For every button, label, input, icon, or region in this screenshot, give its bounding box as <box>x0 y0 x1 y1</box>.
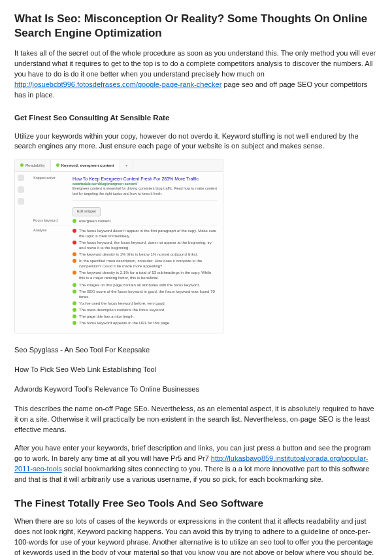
snippet-preview: How To Keep Evergreen Content Fresh For … <box>73 176 218 201</box>
dot-icon <box>56 163 59 167</box>
analysis-text: The SEO score of the focus keyword is go… <box>79 289 218 299</box>
dot-icon <box>20 163 24 167</box>
p-keyword-stuffing: Utilize your keywords within your copy, … <box>14 131 378 152</box>
analysis-text: In the specified meta description, consi… <box>79 258 218 269</box>
analysis-text: You've used the focus keyword before, ve… <box>79 301 165 306</box>
link-page-rank-checker[interactable]: http://josuebcbt996.fotosdefrases.com/go… <box>14 80 221 88</box>
analysis-text: The keyword density is 1% (this is below… <box>79 252 198 257</box>
analysis-list: The focus keyword doesn't appear in the … <box>73 228 218 326</box>
analysis-text: The focus keyword, the focus keyword, do… <box>79 240 218 250</box>
analysis-item: In the specified meta description, consi… <box>73 258 218 269</box>
status-dot-icon <box>73 290 76 294</box>
analysis-item: The meta description contains the focus … <box>73 307 218 312</box>
analysis-item: The keyword density is 1% (this is below… <box>73 252 218 257</box>
intro-paragraph: It takes all of the secret out of the wh… <box>14 48 378 101</box>
analysis-text: The page title has a nice length. <box>79 314 135 319</box>
page-title: What Is Seo: Misconception Or Reality? S… <box>14 12 378 41</box>
yoast-side-icons <box>18 175 24 205</box>
status-dot-icon <box>73 271 76 275</box>
p-bookmarking: After you have enter your keywords, brie… <box>14 443 378 485</box>
yoast-tabs: Readability Keyword: evergreen content + <box>15 160 223 171</box>
analysis-item: You've used the focus keyword before, ve… <box>73 301 218 306</box>
status-dot-icon <box>73 229 76 233</box>
analysis-item: The images on this page contain alt attr… <box>73 282 218 288</box>
analysis-item: The page title has a nice length. <box>73 314 218 319</box>
analysis-text: The focus keyword doesn't appear in the … <box>79 228 218 239</box>
status-dot-icon <box>73 308 76 312</box>
tab-add[interactable]: + <box>120 160 134 171</box>
focus-keyword-label: Focus keyword <box>33 218 67 224</box>
analysis-item: The focus keyword appears in the URL for… <box>73 320 218 326</box>
tab-label: Readability <box>25 163 45 167</box>
analysis-text: The keyword density is 2.1% for a total … <box>79 270 218 280</box>
snippet-title: How To Keep Evergreen Content Fresh For … <box>73 176 218 182</box>
status-dot-icon <box>73 321 76 325</box>
analysis-label: Analysis <box>33 228 67 326</box>
snippet-desc: Evergreen content is essential for drivi… <box>73 186 218 196</box>
status-dot-icon <box>73 283 76 287</box>
analysis-text: The focus keyword appears in the URL for… <box>79 320 171 326</box>
edit-snippet-button[interactable]: Edit snippet <box>73 207 101 216</box>
sub-adwords: Adwords Keyword Tool's Relevance To Onli… <box>14 384 378 395</box>
snippet-label: Snippet editor <box>33 176 67 216</box>
analysis-item: The SEO score of the focus keyword is go… <box>73 289 218 299</box>
p-onoff-page: This describes the name on-off Page SEo.… <box>14 404 378 435</box>
sub-seo-spyglass: Seo Spyglass - An Seo Tool For Keepsake <box>14 345 378 356</box>
analysis-item: The focus keyword doesn't appear in the … <box>73 228 218 239</box>
h3-consulting: Get Finest Seo Consulting At Sensible Ra… <box>14 112 378 124</box>
status-dot-icon <box>73 301 76 305</box>
tab-readability[interactable]: Readability <box>15 160 51 171</box>
analysis-item: The focus keyword, the focus keyword, do… <box>73 240 218 250</box>
p-keyword-packing: When there are so lots of cases of the k… <box>14 516 378 555</box>
status-dot-icon <box>73 314 76 318</box>
snippet-url: coschedule.com/blog/evergreen-content/ <box>73 182 218 186</box>
tab-keyword[interactable]: Keyword: evergreen content <box>51 160 120 171</box>
analysis-text: The images on this page contain alt attr… <box>79 282 200 288</box>
share-icon <box>18 186 24 193</box>
status-dot-icon <box>73 241 76 244</box>
status-dot-icon <box>73 259 76 263</box>
analysis-item: The keyword density is 2.1% for a total … <box>73 270 218 280</box>
analysis-text: The meta description contains the focus … <box>79 307 165 312</box>
tab-label: Keyword: evergreen content <box>61 163 114 167</box>
sub-link-tool: How To Pick Seo Web Link Establishing To… <box>14 365 378 375</box>
h2-free-seo-tools: The Finest Totally Free Seo Tools And Se… <box>14 497 378 510</box>
status-dot-icon <box>73 252 76 256</box>
traffic-light-icon <box>18 175 24 181</box>
yoast-screenshot: Readability Keyword: evergreen content +… <box>14 160 223 333</box>
gear-icon <box>18 198 24 205</box>
p4-text-b: social bookmarking sites connecting to y… <box>14 465 369 483</box>
intro-text-a: It takes all of the secret out of the wh… <box>14 49 376 78</box>
focus-keyword-value: evergreen content <box>79 218 110 224</box>
status-dot-icon <box>73 219 76 223</box>
